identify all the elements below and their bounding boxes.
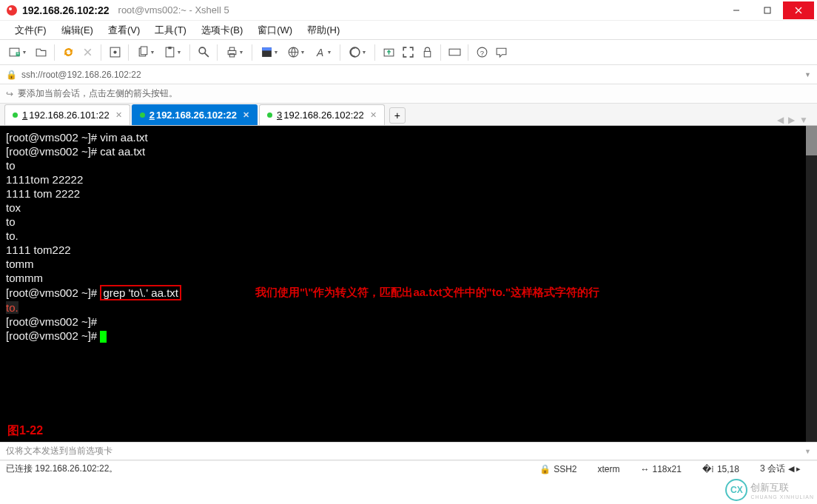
tab-bar: 1 192.168.26.101:22 ✕ 2 192.168.26.102:2… — [0, 104, 817, 126]
terminal-line: 1111tom 22222 — [6, 172, 811, 187]
menu-file[interactable]: 文件(F) — [7, 22, 54, 38]
terminal-line: to. — [6, 229, 811, 243]
font-button[interactable]: A▼ — [309, 43, 336, 62]
tab-prev-icon[interactable]: ◀ — [777, 115, 784, 125]
address-bar[interactable]: 🔒 ssh://root@192.168.26.102:22 ▼ — [0, 65, 817, 84]
copy-button[interactable]: ▼ — [132, 43, 159, 62]
cursor-icon — [100, 331, 107, 343]
svg-rect-26 — [424, 51, 431, 56]
tab-next-icon[interactable]: ▶ — [788, 115, 795, 125]
svg-point-24 — [350, 47, 360, 57]
hint-bar: ↪ 要添加当前会话，点击左侧的箭头按钮。 — [0, 84, 817, 104]
transfer-button[interactable] — [379, 43, 398, 62]
encoding-button[interactable]: ▼ — [283, 43, 309, 62]
status-sessions: 3 会话 ◀ ▸ — [760, 463, 801, 475]
menu-help[interactable]: 帮助(H) — [300, 22, 347, 38]
svg-point-15 — [199, 47, 206, 54]
grid-icon: �⁞ — [702, 464, 714, 474]
menu-bar: 文件(F) 编辑(E) 查看(V) 工具(T) 选项卡(B) 窗口(W) 帮助(… — [0, 21, 817, 40]
terminal-line: [root@vms002 ~]# — [6, 315, 811, 329]
feedback-button[interactable] — [491, 43, 511, 62]
tab-label: 192.168.26.101:22 — [29, 110, 109, 121]
session-tab-2[interactable]: 2 192.168.26.102:22 ✕ — [132, 104, 258, 125]
toolbar: +▼ ▼ ▼ ▼ ▼ ▼ A▼ ▼ ? — [0, 40, 817, 65]
resize-icon: ↔ — [641, 464, 650, 474]
status-dot-icon — [13, 112, 18, 118]
lock-icon: 🔒 — [539, 464, 551, 474]
status-dot-icon — [267, 112, 272, 118]
send-input-bar[interactable]: 仅将文本发送到当前选项卡 ▼ — [0, 442, 817, 460]
open-button[interactable] — [31, 43, 50, 62]
hint-text: 要添加当前会话，点击左侧的箭头按钮。 — [18, 87, 178, 100]
terminal-line: tommm — [6, 271, 811, 285]
title-bar: 192.168.26.102:22 root@vms002:~ - Xshell… — [0, 0, 817, 21]
close-button[interactable] — [783, 1, 814, 19]
add-tab-button[interactable]: + — [389, 107, 406, 124]
paste-button[interactable]: ▼ — [159, 43, 186, 62]
annotation-text: 我们使用"\"作为转义符，匹配出aa.txt文件中的"to."这样格式字符的行 — [255, 285, 599, 299]
tab-number: 1 — [22, 110, 27, 121]
tab-list-icon[interactable]: ▼ — [799, 115, 808, 125]
tab-close-icon[interactable]: ✕ — [243, 110, 249, 120]
terminal-line: 1111 tom 2222 — [6, 187, 811, 201]
menu-view[interactable]: 查看(V) — [101, 22, 147, 38]
input-placeholder: 仅将文本发送到当前选项卡 — [6, 445, 112, 457]
svg-rect-3 — [764, 7, 770, 13]
find-button[interactable] — [194, 43, 213, 62]
color-scheme-button[interactable]: ▼ — [256, 43, 283, 62]
terminal-line: [root@vms002 ~]# — [6, 329, 811, 343]
tab-number: 3 — [277, 110, 282, 121]
session-tab-1[interactable]: 1 192.168.26.101:22 ✕ — [4, 104, 130, 125]
fullscreen-button[interactable] — [398, 43, 417, 62]
status-bar: 已连接 192.168.26.102:22。 🔒SSH2 xterm ↔118x… — [0, 460, 817, 477]
svg-point-1 — [9, 7, 12, 10]
svg-text:?: ? — [480, 49, 483, 57]
reconnect-button[interactable] — [58, 43, 78, 62]
tab-nav: ◀ ▶ ▼ — [777, 115, 813, 125]
address-dropdown-icon[interactable]: ▼ — [804, 71, 811, 78]
highlighted-command: grep 'to\.' aa.txt — [100, 285, 181, 300]
address-text: ssh://root@192.168.26.102:22 — [21, 70, 141, 80]
terminal-line: to. — [6, 300, 811, 315]
title-subtitle: root@vms002:~ - Xshell 5 — [118, 4, 229, 16]
tab-number: 2 — [149, 110, 155, 121]
watermark-text: 创新互联 CHUANG XINHULIAN — [750, 481, 814, 500]
terminal-scrollbar[interactable] — [806, 126, 817, 442]
tab-close-icon[interactable]: ✕ — [370, 110, 377, 120]
session-tab-3[interactable]: 3 192.168.26.102:22 ✕ — [259, 104, 385, 125]
watermark: CX 创新互联 CHUANG XINHULIAN — [725, 479, 814, 501]
terminal-area[interactable]: [root@vms002 ~]# vim aa.txt [root@vms002… — [0, 126, 817, 442]
tab-label: 192.168.26.102:22 — [156, 110, 237, 121]
properties-button[interactable] — [105, 43, 124, 62]
app-icon — [6, 4, 18, 16]
status-cursor-pos: �⁞15,18 — [702, 464, 739, 474]
lock-button[interactable] — [417, 43, 437, 62]
help-button[interactable]: ? — [472, 43, 491, 62]
disconnect-button[interactable] — [78, 43, 97, 62]
input-dropdown-icon[interactable]: ▼ — [804, 448, 811, 455]
figure-label: 图1-22 — [7, 423, 43, 437]
terminal-line: [root@vms002 ~]# vim aa.txt — [6, 130, 811, 144]
script-button[interactable]: ▼ — [344, 43, 371, 62]
tab-close-icon[interactable]: ✕ — [115, 110, 122, 120]
new-session-button[interactable]: +▼ — [4, 43, 31, 62]
svg-rect-14 — [168, 47, 171, 49]
lock-icon: 🔒 — [6, 70, 17, 80]
minimize-button[interactable] — [721, 1, 752, 19]
svg-text:A: A — [315, 47, 323, 58]
maximize-button[interactable] — [752, 1, 783, 19]
keyboard-button[interactable] — [445, 43, 464, 62]
menu-tabs[interactable]: 选项卡(B) — [194, 22, 250, 38]
menu-edit[interactable]: 编辑(E) — [54, 22, 101, 38]
print-button[interactable]: ▼ — [221, 43, 248, 62]
menu-tools[interactable]: 工具(T) — [147, 22, 194, 38]
menu-window[interactable]: 窗口(W) — [250, 22, 300, 38]
status-connection: 已连接 192.168.26.102:22。 — [6, 463, 118, 475]
terminal-line: tomm — [6, 257, 811, 271]
arrow-hint-icon[interactable]: ↪ — [6, 89, 13, 99]
svg-rect-18 — [229, 47, 234, 50]
terminal-line: to — [6, 215, 811, 229]
sessions-menu-icon[interactable]: ◀ ▸ — [788, 464, 801, 474]
scrollbar-thumb[interactable] — [806, 126, 817, 155]
status-protocol: 🔒SSH2 — [539, 464, 576, 474]
